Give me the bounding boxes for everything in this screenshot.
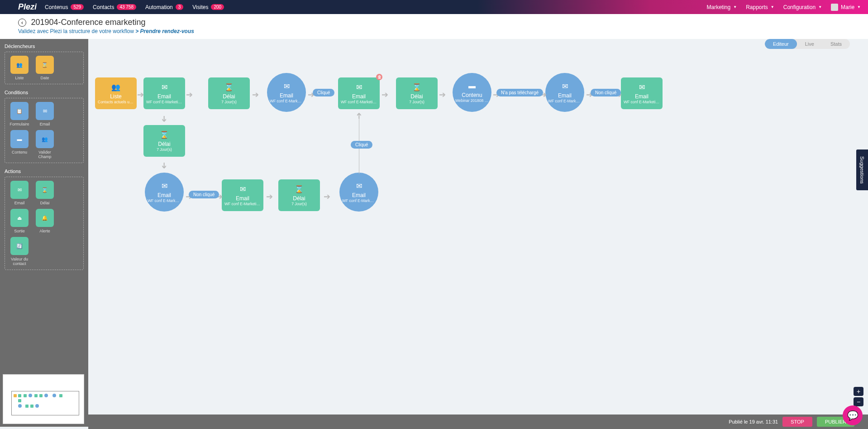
eject-icon: ⏏ — [10, 209, 29, 227]
section-title-actions: Actions — [5, 169, 84, 174]
nav-visites[interactable]: Visites200 — [192, 4, 224, 10]
node-title: Email — [157, 192, 171, 198]
mail-check-icon: ✉ — [36, 102, 54, 120]
workflow-node-n13[interactable]: ⌛Délai7 Jour(s) — [278, 179, 320, 211]
zoom-in-button[interactable]: + — [854, 387, 863, 396]
workflow-canvas[interactable]: 👥ListeContacts actuels un...✉EmailWF con… — [88, 39, 868, 427]
workflow-node-n11[interactable]: ✉EmailWF conf E-Marketing... — [145, 173, 184, 212]
node-title: Délai — [410, 93, 423, 100]
page-title: 201904-Conference emarketing — [31, 18, 145, 27]
workflow-node-n3[interactable]: ⌛Délai7 Jour(s) — [208, 77, 250, 109]
node-subtitle: 7 Jour(s) — [219, 100, 239, 104]
subtitle-text: Validez avec Plezi la structure de votre… — [18, 28, 134, 34]
hourglass-icon: ⌛ — [295, 185, 304, 193]
workflow-node-n5[interactable]: ✉EmailWF conf E-Marketing... — [338, 77, 380, 109]
workflow-node-n2[interactable]: ✉EmailWF conf E-Marketing... — [143, 77, 185, 109]
back-button[interactable]: ‹ — [18, 19, 26, 27]
nav-contacts[interactable]: Contacts43 758 — [93, 4, 136, 10]
nav-automation-badge: 3 — [176, 4, 184, 10]
minimap-node — [59, 394, 62, 397]
nav-contenus[interactable]: Contenus529 — [45, 4, 84, 10]
hourglass-icon: ⌛ — [224, 83, 234, 92]
palette-alerte[interactable]: 🔔Alerte — [34, 209, 56, 233]
minimap-node — [14, 394, 17, 397]
node-subtitle: Webinar 201808 : In... — [453, 98, 491, 103]
caret-icon: ▼ — [733, 5, 737, 9]
minimap-node — [30, 405, 33, 408]
delete-node-button[interactable]: 🗑 — [376, 74, 382, 80]
minimap-node — [52, 394, 56, 397]
node-subtitle: WF conf E-Marketing... — [145, 198, 184, 203]
nav-contacts-label: Contacts — [93, 4, 114, 10]
section-box-actions: ✉Email ⌛Délai ⏏Sortie 🔔Alerte 🔄Valeur du… — [5, 177, 84, 270]
workflow-node-n6[interactable]: ⌛Délai7 Jour(s) — [396, 77, 438, 109]
node-title: Email — [157, 93, 171, 100]
suggestions-tab[interactable]: Suggestions — [856, 149, 868, 190]
minimap-node — [35, 404, 39, 408]
palette-valeur[interactable]: 🔄Valeur du contact — [9, 237, 30, 266]
palette-liste[interactable]: 👥Liste — [9, 56, 30, 80]
stop-button[interactable]: STOP — [782, 417, 812, 427]
workflow-node-n1[interactable]: 👥ListeContacts actuels un... — [95, 77, 137, 109]
chat-button[interactable]: 💬 — [843, 405, 863, 425]
workflow-node-n14[interactable]: ✉EmailWF conf E-Marketing... — [339, 173, 378, 212]
palette-date[interactable]: ⌛Date — [34, 56, 56, 80]
node-title: Email — [352, 192, 366, 198]
palette-email-cond[interactable]: ✉Email — [34, 102, 56, 126]
zoom-out-button[interactable]: − — [854, 397, 863, 406]
nav-right: Marketing▼ Rapports▼ Configuration▼ Mari… — [707, 4, 861, 11]
workflow-node-n9[interactable]: ✉EmailWF conf E-Marketing... — [621, 77, 663, 109]
nav-contenus-badge: 529 — [71, 4, 84, 10]
chat-icon: 💬 — [847, 410, 858, 421]
node-subtitle: WF conf E-Marketing... — [222, 202, 263, 206]
workflow-node-n12[interactable]: ✉EmailWF conf E-Marketing... — [222, 179, 263, 211]
nav-automation[interactable]: Automation3 — [145, 4, 183, 10]
workflow-node-n7[interactable]: ▬ContenuWebinar 201808 : In... — [453, 73, 491, 112]
sidebar-section-conditions: Conditions 📋Formulaire ✉Email ▬Contenu 👥… — [5, 90, 84, 163]
workflow-node-n8[interactable]: ✉EmailWF conf E-Marketing... — [545, 73, 584, 112]
workflow-node-n4[interactable]: ✉EmailWF conf E-Marketing... — [267, 73, 306, 112]
condition-pill: Non cliqué — [591, 89, 621, 96]
nav-user[interactable]: Marie▼ — [831, 4, 861, 11]
book-icon: ▬ — [10, 130, 29, 148]
nav-visites-badge: 200 — [211, 4, 224, 10]
palette-contenu[interactable]: ▬Contenu — [9, 130, 30, 159]
palette-formulaire-label: Formulaire — [9, 122, 30, 126]
palette-delai[interactable]: ⌛Délai — [34, 181, 56, 205]
minimap[interactable] — [3, 374, 84, 424]
nav-visites-label: Visites — [192, 4, 208, 10]
minimap-node — [25, 405, 29, 408]
palette-date-label: Date — [34, 76, 56, 80]
node-title: Email — [635, 93, 649, 100]
subtitle-link[interactable]: > Prendre rendez-vous — [135, 28, 194, 34]
minimap-viewport — [11, 391, 79, 415]
nav-marketing[interactable]: Marketing▼ — [707, 4, 737, 10]
palette-valider-champ-label: Valider Champ — [34, 150, 56, 159]
node-subtitle: Contacts actuels un... — [95, 100, 137, 104]
node-title: Liste — [110, 93, 121, 100]
main-area: Déclencheurs 👥Liste ⌛Date Conditions 📋Fo… — [0, 39, 868, 427]
palette-sortie[interactable]: ⏏Sortie — [9, 209, 30, 233]
connector-arrow: ➔ — [382, 90, 388, 100]
palette-formulaire[interactable]: 📋Formulaire — [9, 102, 30, 126]
node-subtitle: 7 Jour(s) — [154, 147, 175, 152]
node-subtitle: WF conf E-Marketing... — [339, 198, 378, 203]
nav-rapports[interactable]: Rapports▼ — [746, 4, 774, 10]
nav-configuration[interactable]: Configuration▼ — [783, 4, 822, 10]
condition-pill: Cliqué — [351, 141, 372, 149]
page-subtitle: Validez avec Plezi la structure de votre… — [18, 28, 850, 34]
palette-valider-champ[interactable]: 👥Valider Champ — [34, 130, 56, 159]
node-title: Délai — [293, 195, 305, 202]
clipboard-icon: 📋 — [10, 102, 29, 120]
logo: Plezi — [0, 2, 45, 12]
node-title: Délai — [158, 141, 170, 147]
condition-pill: Cliqué — [313, 89, 334, 96]
nav-configuration-label: Configuration — [783, 4, 816, 10]
nav-marketing-label: Marketing — [707, 4, 731, 10]
palette-email-cond-label: Email — [34, 122, 56, 126]
workflow-node-n10[interactable]: ⌛Délai7 Jour(s) — [143, 125, 185, 157]
palette-email[interactable]: ✉Email — [9, 181, 30, 205]
mail-icon: ✉ — [10, 181, 29, 199]
top-navbar: Plezi Contenus529 Contacts43 758 Automat… — [0, 0, 868, 14]
palette-contenu-label: Contenu — [9, 150, 30, 154]
